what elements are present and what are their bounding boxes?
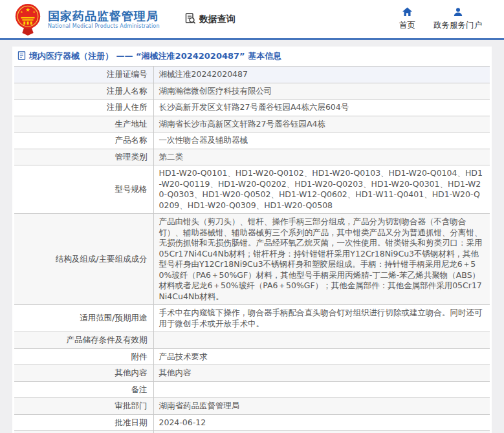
document-search-icon (184, 12, 197, 26)
table-row: 其他内容其他内容 (14, 365, 490, 382)
table-row: 附件产品技术要求 (14, 348, 490, 365)
row-label-text: 产品储存条件及有效期 (67, 335, 148, 346)
row-label-text: 生产地址 (115, 119, 148, 130)
row-value: 产品由钳头（剪刀头）、钳杆、操作手柄三部分组成，产品分为切割吻合器（不含吻合钉）… (153, 214, 490, 305)
site-header: ★ ★ ★ 国家药品监督管理局 National Medical Product… (0, 0, 504, 40)
row-label: 附件 (14, 348, 153, 365)
table-row: 型号规格HD1-W20-Q0101、HD1-W20-Q0102、HD1-W20-… (14, 165, 490, 214)
row-value-text: 其他内容 (159, 368, 192, 377)
row-label-text: 产品名称 (115, 135, 148, 146)
table-row: 注册人名称湖南瀚德微创医疗科技有限公司 (14, 83, 490, 100)
table-row: 注册人住所长沙高新开发区文轩路27号麓谷钰园A4栋六层604号 (14, 100, 490, 116)
info-table-body: 注册证编号湘械注准20242020487注册人名称湖南瀚德微创医疗科技有限公司注… (14, 67, 490, 433)
row-label: 管理类别 (14, 149, 153, 165)
table-row: 管理类别第二类 (14, 149, 490, 165)
row-value: 长沙高新开发区文轩路27号麓谷钰园A4栋六层604号 (153, 100, 490, 116)
table-row: 产品名称一次性吻合器及辅助器械 (14, 132, 490, 149)
row-label-text: 型号规格 (115, 184, 148, 195)
row-value-text: 2024-06-12 (159, 417, 206, 427)
row-value-text: 湖南瀚德微创医疗科技有限公司 (159, 86, 272, 96)
row-value-text: 湘械注准20242020487 (159, 69, 248, 79)
content-card: 境内医疗器械（注册） —— “湘械注准20242020487” 基本信息 注册证… (12, 47, 492, 433)
row-label: 注册人住所 (14, 100, 153, 116)
row-value: 湖南省长沙市高新区文轩路27号麓谷钰园A4栋 (153, 116, 490, 132)
row-value: 其他内容 (153, 365, 490, 382)
row-label-text: 备注 (131, 385, 148, 396)
row-label: 产品储存条件及有效期 (14, 332, 153, 349)
row-label: 适用范围/预期用途 (14, 305, 153, 332)
table-row: 结构及组成/主要组成成分产品由钳头（剪刀头）、钳杆、操作手柄三部分组成，产品分为… (14, 214, 490, 305)
row-label-text: 结构及组成/主要组成成分 (56, 254, 148, 265)
document-icon (17, 51, 26, 62)
nav-data-query-label: 数据查询 (199, 14, 236, 25)
page-body: 境内医疗器械（注册） —— “湘械注准20242020487” 基本信息 注册证… (0, 40, 504, 433)
row-label-text: 附件 (131, 352, 148, 363)
svg-text:★: ★ (32, 10, 35, 14)
row-label-text: 审批部门 (115, 401, 148, 412)
site-subtitle: National Medical Products Administration (48, 23, 160, 29)
row-label-text: 其他内容 (115, 368, 148, 379)
site-title: 国家药品监督管理局 (48, 9, 160, 23)
home-icon (402, 7, 413, 19)
nav-data-query[interactable]: 数据查询 (184, 12, 236, 26)
table-row: 备注 (14, 381, 490, 398)
row-value (153, 381, 490, 398)
row-label-text: 批准日期 (115, 417, 148, 428)
row-label: 生产地址 (14, 116, 153, 132)
table-row: 注册证编号湘械注准20242020487 (14, 67, 490, 83)
row-value: 2024-06-12 (153, 431, 490, 433)
row-label: 注册证编号 (14, 67, 153, 83)
user-icon (453, 7, 463, 19)
row-value: HD1-W20-Q0101、HD1-W20-Q0102、HD1-W20-Q010… (153, 165, 490, 214)
row-value (153, 332, 490, 349)
table-row: 适用范围/预期用途手术中在内窥镜下操作，吻合器手柄配合直头吻合钉对组织进行切除或… (14, 305, 490, 332)
row-label: 审批部门 (14, 398, 153, 415)
row-value-text: 湖南省药品监督管理局 (159, 401, 240, 410)
row-value-text: 一次性吻合器及辅助器械 (159, 135, 248, 145)
nav-home[interactable]: 首页 (399, 7, 415, 31)
nav-gov-portal[interactable]: 政务服务门户 (433, 7, 482, 31)
row-value-text: 湖南省长沙市高新区文轩路27号麓谷钰园A4栋 (159, 119, 325, 129)
row-value: 2024-06-12 (153, 414, 490, 431)
row-label: 批准日期 (14, 414, 153, 431)
nav-home-label: 首页 (399, 20, 415, 31)
row-label: 注册人名称 (14, 83, 153, 100)
table-row: 生产地址湖南省长沙市高新区文轩路27号麓谷钰园A4栋 (14, 116, 490, 132)
row-label: 结构及组成/主要组成成分 (14, 214, 153, 305)
row-label-text: 注册人名称 (107, 86, 148, 97)
row-value-text: 长沙高新开发区文轩路27号麓谷钰园A4栋六层604号 (159, 102, 349, 112)
row-label-text: 管理类别 (115, 152, 148, 163)
table-row: 产品储存条件及有效期 (14, 332, 490, 349)
row-value-text: HD1-W20-Q0101、HD1-W20-Q0102、HD1-W20-Q010… (159, 168, 483, 210)
row-value: 湘械注准20242020487 (153, 67, 490, 83)
row-label-text: 适用范围/预期用途 (80, 313, 147, 324)
svg-text:★: ★ (20, 10, 23, 14)
row-value: 湖南瀚德微创医疗科技有限公司 (153, 83, 490, 100)
row-label-text: 注册证编号 (107, 69, 148, 80)
row-value-text: 手术中在内窥镜下操作，吻合器手柄配合直头吻合钉对组织进行切除或建立吻合。同时还可… (159, 308, 483, 328)
row-label: 型号规格 (14, 165, 153, 214)
svg-text:★: ★ (25, 6, 30, 12)
nav-gov-portal-label: 政务服务门户 (433, 20, 482, 31)
table-row: 批准日期2024-06-12 (14, 414, 490, 431)
row-label: 备注 (14, 381, 153, 398)
national-emblem-icon: ★ ★ ★ (13, 3, 43, 36)
row-value: 第二类 (153, 149, 490, 165)
row-value: 一次性吻合器及辅助器械 (153, 132, 490, 149)
breadcrumb: 境内医疗器械（注册） —— “湘械注准20242020487” 基本信息 (14, 47, 490, 66)
page-title: 境内医疗器械（注册） —— “湘械注准20242020487” 基本信息 (29, 50, 281, 62)
row-label: 其他内容 (14, 365, 153, 382)
row-value: 产品技术要求 (153, 348, 490, 365)
table-row: 审批部门湖南省药品监督管理局 (14, 398, 490, 415)
info-table: 注册证编号湘械注准20242020487注册人名称湖南瀚德微创医疗科技有限公司注… (14, 66, 490, 433)
row-value-text: 产品技术要求 (159, 352, 208, 361)
row-value: 手术中在内窥镜下操作，吻合器手柄配合直头吻合钉对组织进行切除或建立吻合。同时还可… (153, 305, 490, 332)
row-label-text: 注册人住所 (107, 102, 148, 113)
row-label: 生效日期 (14, 431, 153, 433)
site-logo: ★ ★ ★ 国家药品监督管理局 National Medical Product… (13, 3, 160, 36)
row-label: 产品名称 (14, 132, 153, 149)
table-row: 生效日期2024-06-12 (14, 431, 490, 433)
row-value: 湖南省药品监督管理局 (153, 398, 490, 415)
row-value-text: 第二类 (159, 152, 184, 162)
row-value-text: 产品由钳头（剪刀头）、钳杆、操作手柄三部分组成，产品分为切割吻合器（不含吻合钉）… (159, 216, 483, 301)
